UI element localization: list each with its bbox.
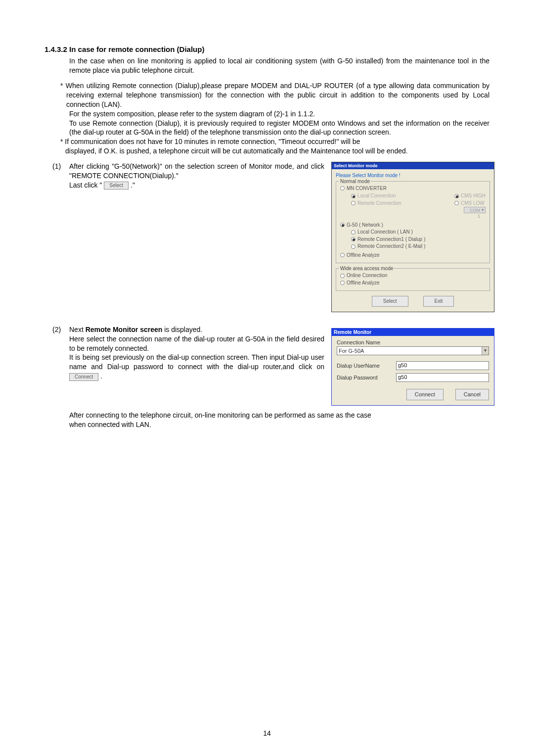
step-1-text-b-post: ." [129,181,135,189]
radio-cms-low: CMS LOW [454,200,486,207]
step-2-row: (2) Next Remote Monitor screen is displa… [40,325,494,406]
dialog2-title: Remote Monitor [332,329,494,336]
select-monitor-mode-dialog: Select Monitor mode Please Select Monito… [331,162,494,312]
remote-monitor-dialog: Remote Monitor Connection Name For G-50A… [331,328,494,406]
dialog1-select-button[interactable]: Select [372,296,408,307]
com-port-combo[interactable]: COM 1 [464,207,486,213]
step-2b: Here select the connection name of the d… [69,334,324,353]
connection-name-label: Connection Name [337,339,489,346]
inline-select-button[interactable]: Select [104,182,129,189]
dialog1-exit-button[interactable]: Exit [423,296,454,307]
radio-empty-icon [340,281,345,285]
radio-online-connection[interactable]: Online Connection [340,272,486,279]
wide-area-legend: Wide area access mode [339,265,394,272]
step-2c-pre: It is being set previously on the dial-u… [69,353,324,371]
radio-dot-icon [351,237,356,241]
radio-empty-icon [454,201,459,205]
dialup-password-label: Dialup Password [337,374,391,381]
radio-empty-icon [351,244,356,249]
chevron-down-icon: ▼ [482,347,489,355]
radio-remote-grey: Remote Connection [351,200,401,207]
dialup-password-input[interactable]: g50 [396,373,489,382]
radio-g50-network-label: G-50 ( Network ) [347,222,383,229]
radio-local-grey: Local Connection [351,192,401,199]
dialog1-title: Select Monitor mode [332,162,494,169]
step-2a-post: is displayed. [162,326,202,333]
note-2b: displayed, if O.K. is pushed, a telephon… [65,146,490,156]
radio-g50-dialup-label: Remote Connection1 ( Dialup ) [357,236,425,243]
dialup-username-label: Dialup UserName [337,362,391,370]
radio-offline-2-label: Offline Analyze [347,280,380,286]
dialog2-connect-button[interactable]: Connect [406,389,444,400]
step-2c-post: . [98,372,102,380]
note-1c: To use Remote connection (Dialup), it is… [69,119,490,138]
radio-g50-lan[interactable]: Local Connection ( LAN ) [351,229,486,236]
radio-mn-converter[interactable]: MN CONVERTER [340,185,486,192]
radio-empty-icon [351,230,356,235]
intro-paragraph: In the case when on line monitoring is a… [69,56,490,75]
radio-online-connection-label: Online Connection [347,272,387,279]
dialog2-cancel-button[interactable]: Cancel [455,389,489,400]
step-1-row: (1) After clicking "G-50(Network)" on th… [40,162,494,312]
radio-remote-grey-label: Remote Connection [357,200,401,207]
normal-mode-legend: Normal mode [339,178,371,185]
step-2d-wrap: After connecting to the telephone circui… [52,411,494,429]
step-2a-bold: Remote Monitor screen [86,326,163,333]
step-2-num: (2) [52,325,69,381]
radio-offline-2[interactable]: Offline Analyze [340,280,486,286]
radio-dot-icon [454,194,459,198]
radio-offline-1-label: Offline Analyze [347,252,380,259]
connection-name-select[interactable]: For G-50A ▼ [337,346,489,355]
radio-empty-icon [340,274,345,278]
step-2a-pre: Next [69,326,86,333]
note-2a: * If communication does not have for 10 … [60,137,490,146]
radio-g50-email-label: Remote Connection2 ( E-Mail ) [357,243,425,250]
connection-name-value: For G-50A [337,347,482,355]
radio-offline-1[interactable]: Offline Analyze [340,252,486,259]
step-1-num: (1) [52,162,69,190]
step-1-text-a: After clicking "G-50(Network)" on the se… [69,162,324,180]
step-2: (2) Next Remote Monitor screen is displa… [52,325,324,381]
section-heading: 1.4.3.2 In case for remote connection (D… [44,45,494,54]
dialog1-button-row: Select Exit [336,296,490,307]
radio-mn-converter-label: MN CONVERTER [347,185,387,192]
radio-local-grey-label: Local Connection [357,192,396,199]
step-1: (1) After clicking "G-50(Network)" on th… [52,162,324,190]
step-1-text-b-pre: Last click " [69,181,104,189]
radio-empty-icon [340,253,345,257]
radio-dot-icon [340,223,345,227]
radio-dot-icon [351,194,356,198]
radio-cms-high-label: CMS HIGH [461,192,486,199]
radio-g50-lan-label: Local Connection ( LAN ) [357,229,413,236]
normal-mode-fieldset: Normal mode MN CONVERTER Local Connectio… [336,181,490,264]
wide-area-fieldset: Wide area access mode Online Connection … [336,268,490,291]
dialog2-button-row: Connect Cancel [337,389,489,400]
radio-g50-network[interactable]: G-50 ( Network ) [340,222,486,229]
radio-empty-icon [351,201,356,205]
page-number: 14 [0,729,534,738]
radio-g50-email[interactable]: Remote Connection2 ( E-Mail ) [351,243,486,250]
step-2d: After connecting to the telephone circui… [69,411,376,429]
note-1a-text: * When utilizing Remote connection (Dial… [60,81,490,109]
dialup-username-input[interactable]: g50 [396,361,489,370]
radio-cms-low-label: CMS LOW [461,200,485,207]
note-1a: * When utilizing Remote connection (Dial… [60,81,490,109]
radio-cms-high: CMS HIGH [454,192,486,199]
note-1b: For the system composition, please refer… [69,109,490,119]
radio-empty-icon [340,186,345,190]
radio-g50-dialup[interactable]: Remote Connection1 ( Dialup ) [351,236,486,243]
inline-connect-button[interactable]: Connect [69,373,98,381]
